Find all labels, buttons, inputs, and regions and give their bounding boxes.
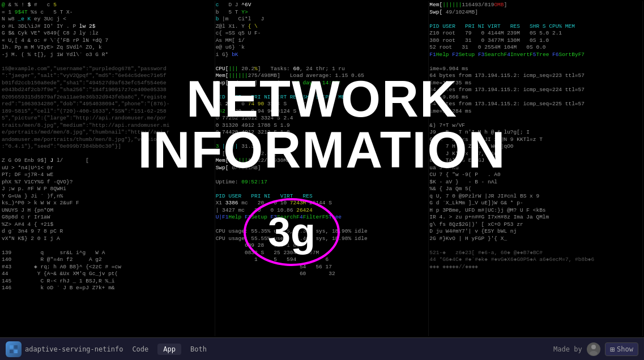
app-name-label: adaptive-serving-netinfo <box>25 345 123 353</box>
show-button[interactable]: ⊞ Show <box>605 342 638 356</box>
terminal-right: Mem[||||||116493/819OMB] Swp[ 49/1024MB]… <box>429 1 643 336</box>
show-icon: ⊞ <box>610 345 615 354</box>
svg-point-5 <box>590 351 598 355</box>
3g-label: 3g <box>268 209 315 255</box>
made-by-label: Made by <box>553 345 582 353</box>
terminal-middle: c D J ^6V b 5 T Y> b |m Ci*l J Z@l X1. Y… <box>215 1 429 336</box>
svg-rect-0 <box>10 345 13 349</box>
svg-rect-2 <box>10 350 13 353</box>
3g-circle: 3g <box>244 198 340 266</box>
tab-code-button[interactable]: Code <box>126 344 154 355</box>
terminal-background: @ & % ! $ # c 5 = 1 9$4T %s c 5 T X- N w… <box>0 0 644 337</box>
terminal-left: @ & % ! $ # c 5 = 1 9$4T %s c 5 T X- N w… <box>1 1 215 336</box>
taskbar-left: adaptive-serving-netinfo Code App Both <box>6 341 212 357</box>
tab-both-button[interactable]: Both <box>185 344 212 355</box>
avatar <box>587 342 600 356</box>
show-label: Show <box>617 345 633 353</box>
tab-app-button[interactable]: App <box>157 344 181 355</box>
svg-point-4 <box>591 345 596 349</box>
taskbar-right: Made by ⊞ Show <box>553 342 638 356</box>
taskbar: adaptive-serving-netinfo Code App Both M… <box>0 337 644 360</box>
svg-rect-3 <box>14 350 18 353</box>
svg-rect-1 <box>14 345 18 349</box>
app-icon <box>6 341 22 357</box>
